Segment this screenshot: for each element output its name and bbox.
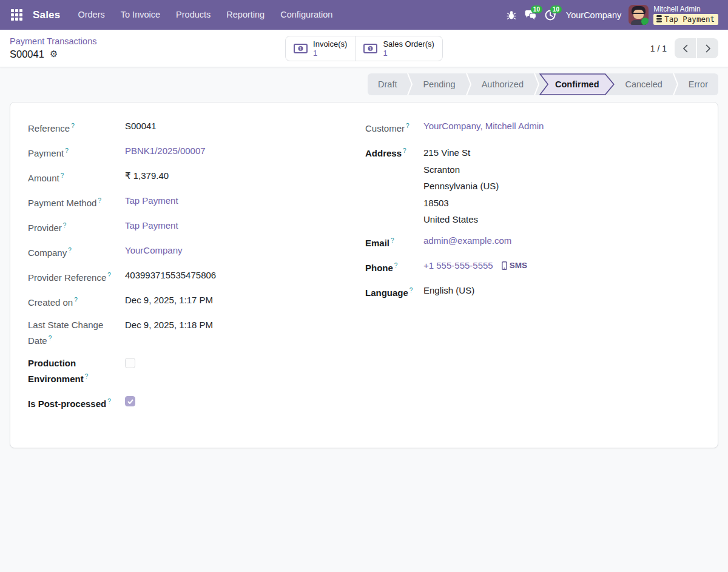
- field-label: Payment Method: [28, 198, 96, 208]
- company-link[interactable]: YourCompany: [125, 244, 183, 257]
- breadcrumb-parent-link[interactable]: Payment Transactions: [10, 36, 285, 47]
- field-label: Payment: [28, 148, 64, 158]
- company-switcher[interactable]: YourCompany: [566, 10, 621, 20]
- amount-value[interactable]: ₹ 1,379.40: [125, 169, 169, 183]
- field-label: Amount: [28, 173, 59, 183]
- menu-reporting[interactable]: Reporting: [218, 0, 272, 30]
- field-label: Email: [365, 238, 389, 248]
- check-icon: [127, 399, 133, 404]
- pager-next-button[interactable]: [697, 38, 718, 58]
- reference-value[interactable]: S00041: [125, 119, 157, 133]
- status-step-draft[interactable]: Draft: [368, 73, 407, 95]
- customer-link[interactable]: YourCompany, Mitchell Admin: [423, 119, 544, 133]
- user-menu[interactable]: Mitchell Admin Tap Payment: [629, 5, 718, 25]
- chevron-left-icon: [682, 44, 689, 53]
- top-navbar: Sales Orders To Invoice Products Reporti…: [0, 0, 728, 30]
- last-state-change-value[interactable]: Dec 9, 2025, 1:18 PM: [125, 318, 213, 332]
- help-icon: ?: [74, 297, 78, 303]
- address-line: 18503: [423, 195, 499, 212]
- database-icon: [656, 15, 662, 22]
- activities-button[interactable]: 10: [541, 4, 560, 26]
- payment-link[interactable]: PBNK1/2025/00007: [125, 144, 206, 158]
- menu-products[interactable]: Products: [168, 0, 218, 30]
- field-label: Production Environment: [28, 358, 84, 384]
- app-name[interactable]: Sales: [33, 9, 60, 21]
- status-step-error[interactable]: Error: [678, 73, 718, 95]
- bug-icon: [507, 10, 516, 20]
- presence-dot: [641, 18, 649, 25]
- field-customer: Customer? YourCompany, Mitchell Admin: [365, 119, 699, 135]
- apps-menu-button[interactable]: [6, 5, 27, 25]
- messages-button[interactable]: 10: [521, 4, 541, 26]
- apps-grid-icon: [11, 9, 22, 21]
- help-icon: ?: [406, 123, 410, 129]
- field-label: Customer: [365, 123, 405, 133]
- help-icon: ?: [107, 272, 111, 278]
- address-line: Scranton: [423, 161, 499, 178]
- created-on-value[interactable]: Dec 9, 2025, 1:17 PM: [125, 294, 213, 307]
- smart-buttons: 1 Invoice(s) 1 1 Sales Order(s) 1: [285, 36, 443, 61]
- status-step-authorized[interactable]: Authorized: [471, 73, 534, 95]
- phone-link[interactable]: +1 555-555-5555: [423, 259, 493, 272]
- svg-text:1: 1: [299, 45, 302, 51]
- email-link[interactable]: admin@example.com: [423, 234, 511, 247]
- help-icon: ?: [65, 147, 69, 154]
- status-step-confirmed[interactable]: Confirmed: [539, 73, 615, 95]
- field-label: Created on: [28, 297, 73, 308]
- pager: 1 / 1: [443, 38, 718, 58]
- address-line: United States: [423, 211, 499, 228]
- status-step-canceled[interactable]: Canceled: [615, 73, 673, 95]
- pager-previous-button[interactable]: [675, 38, 696, 58]
- help-icon: ?: [98, 197, 101, 204]
- production-environment-checkbox[interactable]: [125, 358, 135, 368]
- gear-icon[interactable]: ⚙: [50, 47, 58, 61]
- smart-button-count: 1: [383, 49, 434, 58]
- field-provider-reference: Provider Reference? 403993715535475806: [28, 269, 365, 284]
- field-email: Email? admin@example.com: [365, 234, 699, 250]
- field-language: Language? English (US): [365, 284, 699, 300]
- pager-counter: 1 / 1: [650, 44, 667, 53]
- smart-button-label: Invoice(s): [313, 39, 347, 49]
- money-bill-icon: 1: [363, 44, 377, 53]
- provider-reference-value[interactable]: 403993715535475806: [125, 269, 216, 282]
- field-provider: Provider? Tap Payment: [28, 219, 365, 235]
- payment-method-link[interactable]: Tap Payment: [125, 194, 178, 207]
- invoices-smart-button[interactable]: 1 Invoice(s) 1: [286, 36, 355, 61]
- menu-orders[interactable]: Orders: [70, 0, 112, 30]
- field-is-post-processed: Is Post-processed?: [28, 395, 365, 411]
- field-label: Provider Reference: [28, 272, 106, 283]
- sms-label: SMS: [510, 261, 527, 270]
- field-label: Is Post-processed: [28, 399, 106, 409]
- help-icon: ?: [61, 172, 64, 179]
- field-last-state-change: Last State Change Date? Dec 9, 2025, 1:1…: [28, 318, 365, 348]
- address-line: Pennsylvania (US): [423, 178, 499, 195]
- field-label: Language: [365, 288, 408, 298]
- status-step-pending[interactable]: Pending: [413, 73, 465, 95]
- status-separator: [673, 73, 678, 95]
- user-name: Mitchell Admin: [653, 5, 700, 13]
- chevron-right-icon: [705, 44, 711, 53]
- status-separator: [407, 73, 413, 95]
- sms-button[interactable]: SMS: [502, 261, 527, 270]
- help-icon: ?: [68, 247, 72, 254]
- field-payment-method: Payment Method? Tap Payment: [28, 194, 365, 210]
- address-line: 215 Vine St: [423, 144, 499, 161]
- field-label: Phone: [365, 263, 393, 273]
- field-company: Company? YourCompany: [28, 244, 365, 260]
- money-bill-icon: 1: [294, 44, 308, 53]
- field-amount: Amount? ₹ 1,379.40: [28, 169, 365, 185]
- help-icon: ?: [403, 147, 406, 154]
- debug-button[interactable]: [502, 4, 521, 26]
- help-icon: ?: [107, 398, 111, 405]
- address-value[interactable]: 215 Vine St Scranton Pennsylvania (US) 1…: [423, 144, 499, 228]
- help-icon: ?: [391, 237, 394, 244]
- language-value[interactable]: English (US): [423, 284, 474, 297]
- menu-to-invoice[interactable]: To Invoice: [113, 0, 168, 30]
- smart-button-label: Sales Order(s): [383, 39, 434, 49]
- database-name: Tap Payment: [664, 15, 715, 24]
- provider-link[interactable]: Tap Payment: [125, 219, 178, 232]
- menu-configuration[interactable]: Configuration: [272, 0, 340, 30]
- field-label: Company: [28, 247, 67, 258]
- sales-orders-smart-button[interactable]: 1 Sales Order(s) 1: [355, 36, 442, 61]
- is-post-processed-checkbox[interactable]: [125, 396, 135, 406]
